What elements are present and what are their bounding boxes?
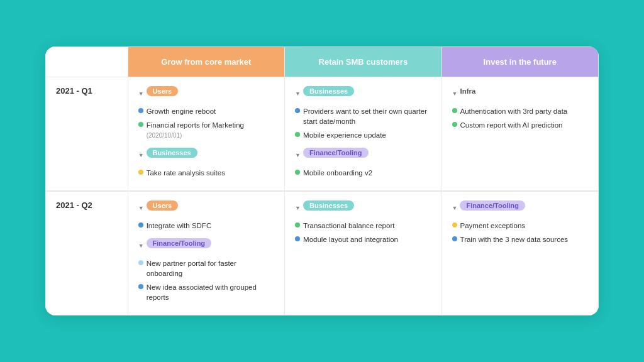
item-text: Mobile experience update bbox=[303, 130, 386, 140]
grow-cell: ▼ Users Growth engine reboot Financial r… bbox=[128, 77, 284, 191]
tag-row: ▼ Businesses bbox=[295, 86, 431, 101]
item-text: Module layout and integration bbox=[303, 234, 398, 244]
item-text: New partner portal for faster onboarding bbox=[147, 258, 274, 278]
item-dot bbox=[295, 108, 300, 113]
item-dot bbox=[452, 122, 457, 127]
list-item: Train with the 3 new data sources bbox=[452, 234, 588, 244]
item-text: Train with the 3 new data sources bbox=[460, 234, 569, 244]
tag-row: ▼ Finance/Tooling bbox=[295, 148, 431, 163]
tag-row: ▼ Infra bbox=[452, 86, 588, 101]
list-item: Module layout and integration bbox=[295, 234, 431, 244]
tag-row: ▼ Finance/Tooling bbox=[138, 238, 274, 253]
header-empty bbox=[46, 47, 128, 77]
item-text: Authentication with 3rd party data bbox=[460, 106, 568, 116]
chevron-icon: ▼ bbox=[138, 152, 144, 158]
list-item: Financial reports for Marketing(2020/10/… bbox=[138, 120, 274, 140]
quarter-label: 2021 - Q1 bbox=[46, 77, 128, 191]
list-item: Take rate analysis suites bbox=[138, 168, 274, 178]
item-dot bbox=[452, 222, 457, 228]
chevron-icon: ▼ bbox=[452, 205, 458, 211]
header-retain: Retain SMB customers bbox=[285, 47, 441, 77]
item-dot bbox=[295, 132, 300, 137]
item-text: Providers want to set their own quarter … bbox=[303, 106, 431, 126]
invest-cell: ▼ Infra Authentication with 3rd party da… bbox=[441, 77, 598, 191]
list-item: New partner portal for faster onboarding bbox=[138, 258, 274, 278]
category-tag: Finance/Tooling bbox=[460, 200, 525, 211]
item-dot bbox=[452, 108, 457, 113]
item-text: Custom report with AI prediction bbox=[460, 120, 563, 130]
grow-cell: ▼ Users Integrate with SDFC ▼ Finance/To… bbox=[128, 191, 284, 315]
retain-cell: ▼ Businesses Transactional balance repor… bbox=[285, 191, 441, 315]
item-dot bbox=[138, 284, 143, 289]
item-text: Transactional balance report bbox=[303, 221, 394, 231]
list-item: Custom report with AI prediction bbox=[452, 120, 588, 130]
item-dot bbox=[138, 108, 143, 113]
category-tag: Users bbox=[147, 86, 179, 96]
list-item: Payment exceptions bbox=[452, 221, 588, 231]
item-text: Integrate with SDFC bbox=[147, 221, 212, 231]
header-invest: Invest in the future bbox=[441, 47, 598, 77]
list-item: New idea associated with grouped reports bbox=[138, 282, 274, 302]
invest-cell: ▼ Finance/Tooling Payment exceptions Tra… bbox=[441, 191, 598, 315]
chevron-icon: ▼ bbox=[295, 152, 301, 158]
tag-row: ▼ Users bbox=[138, 200, 274, 216]
tag-row: ▼ Finance/Tooling bbox=[452, 200, 588, 216]
list-item: Transactional balance report bbox=[295, 221, 431, 231]
item-text: New idea associated with grouped reports bbox=[147, 282, 274, 302]
chevron-icon: ▼ bbox=[138, 205, 144, 211]
item-text: Payment exceptions bbox=[460, 221, 526, 231]
category-tag: Businesses bbox=[147, 148, 197, 158]
category-tag: Finance/Tooling bbox=[303, 148, 369, 158]
item-dot bbox=[295, 236, 300, 241]
tag-row: ▼ Businesses bbox=[138, 148, 274, 163]
item-text: Growth engine reboot bbox=[147, 106, 216, 116]
item-text: Financial reports for Marketing(2020/10/… bbox=[147, 120, 244, 140]
item-dot bbox=[138, 170, 143, 175]
retain-cell: ▼ Businesses Providers want to set their… bbox=[285, 77, 441, 191]
category-tag: Users bbox=[147, 200, 179, 211]
chevron-icon: ▼ bbox=[452, 90, 458, 97]
category-tag: Businesses bbox=[303, 200, 354, 211]
item-dot bbox=[295, 170, 300, 175]
category-tag: Finance/Tooling bbox=[147, 238, 212, 248]
tag-row: ▼ Businesses bbox=[295, 200, 431, 216]
item-text: Take rate analysis suites bbox=[147, 168, 225, 178]
roadmap-card: Grow from core market Retain SMB custome… bbox=[45, 47, 599, 316]
tag-row: ▼ Users bbox=[138, 86, 274, 101]
chevron-icon: ▼ bbox=[138, 90, 144, 97]
item-dot bbox=[138, 222, 143, 228]
list-item: Providers want to set their own quarter … bbox=[295, 106, 431, 126]
item-dot bbox=[138, 122, 143, 127]
list-item: Mobile onboarding v2 bbox=[295, 168, 431, 178]
category-tag: Businesses bbox=[303, 86, 354, 96]
header-grow: Grow from core market bbox=[128, 47, 284, 77]
quarter-label: 2021 - Q2 bbox=[46, 191, 128, 315]
item-text: Mobile onboarding v2 bbox=[303, 168, 372, 178]
list-item: Authentication with 3rd party data bbox=[452, 106, 588, 116]
list-item: Mobile experience update bbox=[295, 130, 431, 140]
item-dot bbox=[138, 260, 143, 265]
category-tag: Infra bbox=[460, 86, 482, 96]
list-item: Growth engine reboot bbox=[138, 106, 274, 116]
item-dot bbox=[295, 222, 300, 228]
list-item: Integrate with SDFC bbox=[138, 221, 274, 231]
item-dot bbox=[452, 236, 457, 241]
roadmap-table: Grow from core market Retain SMB custome… bbox=[45, 47, 599, 316]
chevron-icon: ▼ bbox=[138, 243, 144, 249]
chevron-icon: ▼ bbox=[295, 90, 301, 97]
chevron-icon: ▼ bbox=[295, 205, 301, 211]
